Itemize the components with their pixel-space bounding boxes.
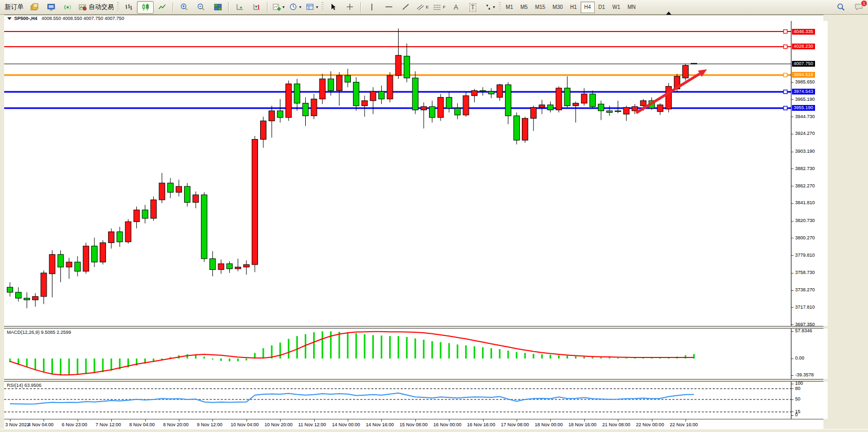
chart-menu-icon[interactable] <box>7 17 12 20</box>
auto-trading-label: 自动交易 <box>89 3 114 12</box>
chart-shift-button[interactable] <box>248 1 265 14</box>
price-tick-label: 3717.810 <box>795 304 815 310</box>
macd-canvas[interactable] <box>4 329 791 379</box>
axis-tick <box>791 273 794 273</box>
auto-trading-button[interactable]: 自动交易 <box>76 1 116 14</box>
clock-icon <box>289 3 298 12</box>
auto-trading-icon <box>78 3 87 12</box>
tile-windows-icon <box>213 3 222 12</box>
search-icon <box>837 3 845 12</box>
equidistant-channel-button[interactable]: E <box>414 1 431 14</box>
new-order-button[interactable]: 新订单 <box>1 1 26 14</box>
trendline-button[interactable] <box>397 1 414 14</box>
price-tick-label: 0.00 <box>795 355 805 361</box>
timeframe-M5[interactable]: M5 <box>517 2 531 13</box>
trendline-icon <box>401 3 410 12</box>
timeframe-M1[interactable]: M1 <box>502 2 517 13</box>
time-tick <box>179 419 179 422</box>
vertical-line-icon <box>368 3 377 12</box>
zoom-in-button[interactable] <box>176 1 192 14</box>
status-bar <box>0 429 868 432</box>
price-tick-label: 3779.810 <box>795 252 815 258</box>
timeframe-MN[interactable]: MN <box>624 2 639 13</box>
horizontal-line-button[interactable] <box>380 1 397 14</box>
price-level-badge: 3974.543 <box>792 89 815 94</box>
time-tick-label: 4 Nov 04:00 <box>28 422 53 427</box>
chart-shift-icon <box>252 3 261 12</box>
cursor-button[interactable] <box>325 1 341 14</box>
zoom-out-button[interactable] <box>192 1 209 14</box>
time-tick-label: 14 Nov 16:00 <box>366 422 394 427</box>
auto-scroll-button[interactable] <box>231 1 248 14</box>
time-tick <box>517 419 517 422</box>
price-tick-label: 3924.270 <box>795 131 815 136</box>
axis-tick <box>791 290 794 291</box>
chevron-down-icon: ▾ <box>493 5 495 9</box>
axis-tick <box>791 415 794 416</box>
price-axis[interactable]: 3985.6503965.1903944.7303924.2703903.190… <box>791 21 828 326</box>
chat-button[interactable]: 1 <box>854 3 864 12</box>
signal-icon <box>63 3 72 12</box>
chevron-down-icon: ▾ <box>282 5 284 9</box>
axis-tick <box>791 324 794 325</box>
price-tick-label: 3944.730 <box>795 114 815 119</box>
price-level-badge: 4028.230 <box>792 44 815 49</box>
timeframe-M15[interactable]: M15 <box>531 2 549 13</box>
search-button[interactable] <box>832 1 849 14</box>
toolbar-separator <box>228 2 229 13</box>
axis-tick <box>791 152 794 152</box>
price-tick-label: 57.8346 <box>795 328 812 333</box>
text-tool-button[interactable]: A <box>447 1 464 14</box>
chevron-down-icon: ▾ <box>316 5 318 9</box>
axis-tick <box>791 359 794 359</box>
time-tick <box>78 419 78 422</box>
price-level-badge: 3994.519 <box>792 72 815 78</box>
axis-tick <box>791 203 794 204</box>
time-tick <box>584 419 585 422</box>
line-chart-button[interactable] <box>154 1 170 14</box>
timeframe-H1[interactable]: H1 <box>566 2 581 13</box>
text-label-button[interactable]: T <box>464 1 481 14</box>
timeframe-H4[interactable]: H4 <box>581 2 595 13</box>
horizontal-line-icon <box>384 3 393 12</box>
macd-histogram-layer <box>9 331 695 375</box>
signals-button[interactable] <box>59 1 76 14</box>
vertical-line-button[interactable] <box>363 1 380 14</box>
time-tick <box>145 419 146 422</box>
timeframe-W1[interactable]: W1 <box>608 2 624 13</box>
timeframe-D1[interactable]: D1 <box>595 2 609 13</box>
price-tick-label: 3800.270 <box>795 235 815 240</box>
time-axis[interactable]: 3 Nov 20224 Nov 04:006 Nov 23:007 Nov 12… <box>4 419 823 429</box>
time-tick <box>449 419 449 422</box>
toolbar-separator <box>267 2 268 13</box>
tile-windows-button[interactable] <box>209 1 226 14</box>
market-watch-button[interactable] <box>26 1 42 14</box>
axis-tick <box>791 82 794 83</box>
channel-sub-glyph: E <box>426 5 428 9</box>
terminal-button[interactable] <box>42 1 59 14</box>
timeframe-M30[interactable]: M30 <box>549 2 566 13</box>
indicators-button[interactable]: ▾ <box>270 1 287 14</box>
axis-tick <box>791 238 794 238</box>
crosshair-button[interactable] <box>341 1 358 14</box>
add-indicator-icon <box>272 3 281 12</box>
time-tick <box>381 419 382 422</box>
templates-button[interactable]: ▾ <box>304 1 320 14</box>
toolbar-grip <box>117 2 119 13</box>
main-chart-canvas[interactable] <box>4 21 791 326</box>
periods-button[interactable]: ▾ <box>287 1 304 14</box>
arrows-tool-button[interactable]: ▾ <box>481 1 498 14</box>
macd-panel-row: MACD(12,26,9) 9.5085 2.2599 57.83460.00-… <box>4 329 868 379</box>
rsi-label: RSI(14) 63.9506 <box>7 383 41 388</box>
price-tick-label: 3841.810 <box>795 200 815 205</box>
macd-label: MACD(12,26,9) 9.5085 2.2599 <box>7 330 71 335</box>
rsi-axis: 1008050150 <box>791 382 828 419</box>
fibonacci-button[interactable]: F <box>431 1 447 14</box>
candlestick-chart-button[interactable] <box>137 1 154 14</box>
bar-chart-button[interactable] <box>120 1 137 14</box>
axis-tick <box>791 307 794 308</box>
price-tick-label: 80 <box>795 386 800 391</box>
zoom-in-icon <box>180 3 189 12</box>
rsi-canvas[interactable] <box>4 382 791 419</box>
right-filler <box>823 419 868 429</box>
